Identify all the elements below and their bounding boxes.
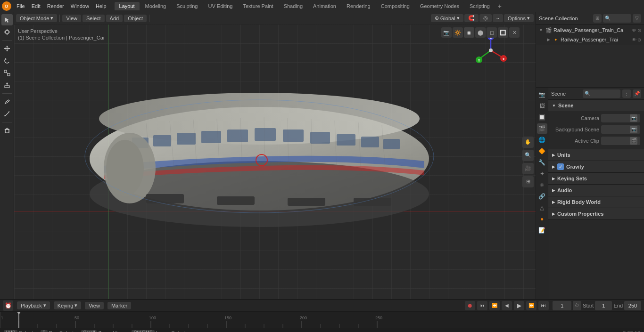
prev-frame-btn[interactable]: ⏪ — [489, 301, 500, 310]
jump-start-btn[interactable]: ⏮ — [477, 301, 487, 310]
playback-menu[interactable]: Playback ▾ — [17, 301, 50, 309]
outliner-item-scene-collection[interactable]: ▼ 🎬 Railway_Passenger_Train_Ca 👁 ⊙ — [536, 25, 644, 35]
tab-uv-editing[interactable]: UV Editing — [203, 2, 237, 10]
start-frame-input[interactable]: 1 — [595, 301, 612, 310]
units-section-header[interactable]: ▶ Units — [548, 149, 644, 161]
solid-view-btn[interactable]: ⬤ — [475, 27, 486, 38]
props-tab-physics[interactable]: ⚛ — [537, 180, 547, 190]
options-button[interactable]: Options ▾ — [504, 14, 534, 22]
props-tab-render[interactable]: 📷 — [537, 89, 547, 100]
wireframe-btn[interactable]: ◻ — [487, 27, 497, 38]
props-options-btn[interactable]: ⋮ — [622, 89, 631, 98]
current-frame-input[interactable]: 1 — [553, 301, 571, 310]
transform-global[interactable]: ⊕ Global ▾ — [431, 14, 463, 22]
layer-icon[interactable]: ⊞ — [522, 176, 534, 187]
snap-button[interactable]: 🧲 — [464, 14, 479, 22]
proportional-edit[interactable]: ◎ — [479, 14, 492, 22]
props-tab-scene[interactable]: 🎬 — [537, 123, 547, 134]
gravity-checkbox[interactable]: ✓ — [557, 163, 564, 170]
tool-measure[interactable] — [1, 108, 13, 120]
timeline-clock-icon[interactable]: ⏰ — [3, 300, 13, 311]
menu-edit[interactable]: Edit — [28, 2, 44, 10]
add-menu-button[interactable]: Add — [106, 15, 123, 22]
keying-menu[interactable]: Keying ▾ — [54, 301, 82, 309]
object-mode-button[interactable]: Object Mode ▾ — [16, 14, 57, 22]
visibility-icon-2[interactable]: 👁 — [632, 37, 636, 42]
props-tab-object[interactable]: 🔶 — [537, 146, 547, 156]
overlay-btn[interactable]: 🔳 — [498, 27, 508, 38]
props-tab-scripting[interactable]: 📝 — [537, 225, 547, 235]
tool-add-cube[interactable] — [1, 125, 13, 136]
custom-props-section-header[interactable]: ▶ Custom Properties — [548, 208, 644, 219]
material-preview-btn[interactable]: ◉ — [464, 27, 474, 38]
props-tab-output[interactable]: 🖼 — [537, 101, 547, 111]
viewport-canvas[interactable]: User Perspective (1) Scene Collection | … — [14, 24, 536, 299]
outliner-filter-btn[interactable]: ⊞ — [593, 14, 602, 23]
tab-animation[interactable]: Animation — [308, 2, 341, 10]
hide-icon-1[interactable]: ⊙ — [637, 28, 641, 33]
props-tab-constraints[interactable]: 🔗 — [537, 191, 547, 202]
timeline-view-menu[interactable]: View — [85, 302, 104, 309]
reverse-play-btn[interactable]: ◀ — [502, 301, 512, 310]
tab-geometry-nodes[interactable]: Geometry Nodes — [415, 2, 464, 10]
outliner-filter2-btn[interactable]: ▽ — [633, 14, 641, 23]
tab-rendering[interactable]: Rendering — [342, 2, 375, 10]
select-menu-button[interactable]: Select — [83, 15, 105, 22]
props-tab-material[interactable]: ● — [537, 214, 547, 224]
props-search[interactable]: 🔍 — [583, 89, 620, 98]
rigid-body-section-header[interactable]: ▶ Rigid Body World — [548, 196, 644, 208]
outliner-item-train[interactable]: ▶ 🔸 Railway_Passenger_Trai 👁 ⊙ — [536, 35, 644, 44]
add-workspace-tab[interactable]: + — [495, 2, 504, 10]
visibility-icon-1[interactable]: 👁 — [632, 28, 636, 33]
bg-scene-pick-btn[interactable]: 📷 — [630, 126, 637, 133]
tool-rotate[interactable] — [1, 55, 13, 66]
active-clip-value-field[interactable]: 🎬 — [601, 137, 640, 145]
play-btn[interactable]: ▶ — [514, 301, 524, 310]
props-tab-data[interactable]: △ — [537, 202, 547, 213]
tab-compositing[interactable]: Compositing — [376, 2, 414, 10]
grease-button[interactable]: ~ — [493, 14, 503, 22]
zoom-tool[interactable]: 🔍 — [522, 150, 534, 161]
object-menu-button[interactable]: Object — [124, 15, 147, 22]
blender-logo[interactable]: B — [2, 1, 11, 11]
camera-pick-btn[interactable]: 📷 — [630, 114, 637, 122]
tool-select-cursor[interactable] — [1, 14, 13, 25]
next-frame-btn[interactable]: ⏩ — [526, 301, 537, 310]
props-tab-particles[interactable]: ✦ — [537, 169, 547, 179]
tab-layout[interactable]: Layout — [115, 2, 140, 10]
jump-end-btn[interactable]: ⏭ — [538, 301, 549, 310]
tab-shading[interactable]: Shading — [279, 2, 307, 10]
view-hand-tool[interactable]: ✋ — [522, 137, 534, 148]
props-tab-view-layer[interactable]: 🔲 — [537, 112, 547, 122]
rendered-btn[interactable]: 🔆 — [453, 27, 463, 38]
tab-modeling[interactable]: Modeling — [140, 2, 171, 10]
record-btn[interactable]: ⏺ — [465, 301, 475, 310]
tool-transform[interactable] — [1, 80, 13, 91]
camera-lock[interactable]: 🎥 — [522, 163, 534, 174]
props-pin-btn[interactable]: 📌 — [633, 89, 641, 98]
menu-help[interactable]: Help — [92, 2, 110, 10]
tool-move[interactable] — [1, 43, 13, 54]
tool-annotate[interactable] — [1, 96, 13, 107]
keying-sets-section-header[interactable]: ▶ Keying Sets — [548, 173, 644, 184]
hide-icon-2[interactable]: ⊙ — [637, 37, 641, 42]
tab-sculpting[interactable]: Sculpting — [172, 2, 202, 10]
tool-cursor[interactable] — [1, 26, 13, 38]
scene-section-header[interactable]: ▼ Scene — [548, 100, 644, 111]
props-tab-world[interactable]: 🌐 — [537, 135, 547, 145]
xray-btn[interactable]: ✕ — [509, 27, 520, 38]
view-menu-button[interactable]: View — [62, 15, 81, 22]
menu-file[interactable]: File — [13, 2, 28, 10]
camera-value-field[interactable]: 📷 — [601, 114, 640, 122]
marker-menu[interactable]: Marker — [107, 302, 131, 309]
timeline-ruler[interactable]: 1 50 100 150 200 250 — [0, 312, 644, 328]
tab-texture-paint[interactable]: Texture Paint — [238, 2, 278, 10]
bg-scene-value-field[interactable]: 📷 — [601, 125, 640, 134]
end-frame-input[interactable]: 250 — [624, 301, 641, 310]
menu-window[interactable]: Window — [67, 2, 92, 10]
gravity-section-header[interactable]: ▶ ✓ Gravity — [548, 161, 644, 172]
props-tab-modifier[interactable]: 🔧 — [537, 157, 547, 168]
menu-render[interactable]: Render — [44, 2, 67, 10]
gizmo[interactable]: Z X Y — [474, 34, 507, 67]
outliner-search[interactable]: 🔍 — [603, 14, 631, 23]
